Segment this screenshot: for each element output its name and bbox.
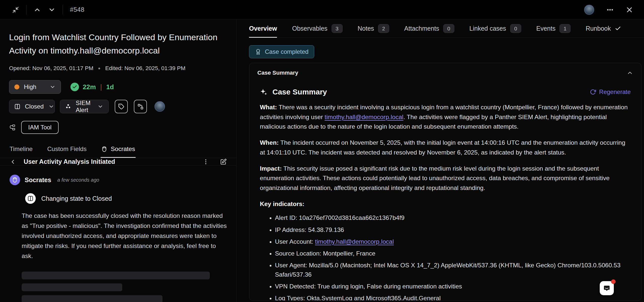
left-tab-bar: Timeline Custom Fields Socrates bbox=[0, 142, 236, 158]
redacted-line bbox=[22, 272, 210, 279]
tab-notes[interactable]: Notes 2 bbox=[358, 20, 389, 37]
kebab-menu-icon[interactable] bbox=[203, 159, 209, 165]
tab-socrates-label: Socrates bbox=[111, 145, 135, 153]
iam-tool-button[interactable]: IAM Tool bbox=[21, 121, 59, 134]
status-value: Closed bbox=[25, 103, 44, 110]
divider bbox=[26, 5, 26, 15]
summary-when: When: The incident occurred on November … bbox=[260, 138, 631, 157]
more-options-icon[interactable] bbox=[606, 6, 614, 14]
tab-events-label: Events bbox=[536, 25, 555, 32]
refresh-icon bbox=[590, 89, 596, 95]
email-link[interactable]: timothy.hall@democorp.local bbox=[325, 114, 403, 120]
case-detail-panel: Login from Watchlist Country Followed by… bbox=[0, 20, 236, 302]
key-indicator-item: User Account: timothy.hall@democorp.loca… bbox=[275, 237, 631, 246]
attachments-count-badge: 0 bbox=[443, 24, 454, 33]
case-source-dropdown[interactable]: SIEM Alert bbox=[60, 100, 109, 113]
case-meta: Opened: Nov 06, 2025, 01:17 PM Edited: N… bbox=[9, 65, 227, 72]
sla-check-icon bbox=[70, 83, 79, 91]
tab-timeline[interactable]: Timeline bbox=[9, 142, 33, 158]
status-dropdown[interactable]: Closed bbox=[9, 100, 55, 113]
tab-runbook-label: Runbook bbox=[586, 25, 611, 32]
assignee-avatar[interactable] bbox=[154, 101, 165, 112]
message-author: Socrates bbox=[25, 176, 51, 184]
severity-value: High bbox=[24, 83, 36, 90]
sla-divider: | bbox=[100, 83, 102, 91]
key-indicator-item: User Agent: Mozilla/5.0 (Macintosh; Inte… bbox=[275, 261, 631, 279]
workflow-icon bbox=[137, 104, 144, 110]
user-avatar[interactable] bbox=[584, 5, 594, 15]
regenerate-label: Regenerate bbox=[599, 88, 631, 95]
top-bar: #548 bbox=[0, 0, 644, 20]
state-change-icon bbox=[25, 193, 36, 204]
back-chevron-icon[interactable] bbox=[10, 159, 16, 165]
linked-cases-count-badge: 0 bbox=[510, 24, 521, 33]
kanban-icon bbox=[14, 104, 20, 110]
next-case-icon[interactable] bbox=[48, 6, 56, 14]
analysis-title: User Activity Analysis Initiated bbox=[24, 158, 115, 165]
sla-timer: 22m | 1d bbox=[70, 83, 114, 91]
tags-button[interactable] bbox=[115, 100, 128, 113]
socrates-message: Socrates a few seconds ago Changing stat… bbox=[0, 166, 236, 302]
tab-runbook[interactable]: Runbook bbox=[586, 20, 621, 37]
redacted-line bbox=[22, 283, 122, 291]
key-indicator-item: IP Address: 54.38.79.136 bbox=[275, 225, 631, 234]
card-header-title: Case Summary bbox=[257, 70, 298, 76]
tab-attachments-label: Attachments bbox=[404, 25, 439, 32]
tab-notes-label: Notes bbox=[358, 25, 374, 32]
redacted-line bbox=[22, 295, 163, 302]
case-number: #548 bbox=[70, 6, 85, 13]
tab-linked-cases[interactable]: Linked cases 0 bbox=[469, 20, 521, 37]
key-indicator-item: Log Types: Okta.SystemLog and Microsoft3… bbox=[275, 294, 631, 301]
notes-count-badge: 2 bbox=[378, 24, 389, 33]
collapse-card-icon[interactable] bbox=[627, 70, 633, 76]
previous-case-icon[interactable] bbox=[33, 6, 41, 14]
tab-custom-fields[interactable]: Custom Fields bbox=[47, 142, 87, 158]
tab-attachments[interactable]: Attachments 0 bbox=[404, 20, 454, 37]
observables-count-badge: 3 bbox=[332, 24, 343, 33]
redacted-content bbox=[22, 272, 227, 302]
tag-icon bbox=[118, 104, 125, 110]
edited-timestamp: Edited: Nov 06, 2025, 01:39 PM bbox=[105, 65, 185, 72]
analysis-header: User Activity Analysis Initiated bbox=[0, 158, 236, 166]
chevron-down-icon bbox=[48, 104, 54, 110]
message-body: The case has been successfully closed wi… bbox=[22, 211, 227, 261]
tab-events[interactable]: Events 1 bbox=[536, 20, 571, 37]
chevron-down-icon bbox=[97, 104, 103, 110]
state-change-label: Changing state to Closed bbox=[41, 195, 112, 202]
chat-launcher-button[interactable] bbox=[600, 281, 614, 295]
tab-observables[interactable]: Observables 3 bbox=[292, 20, 342, 37]
edit-icon[interactable] bbox=[220, 159, 227, 165]
workflow-button[interactable] bbox=[134, 100, 147, 113]
case-completed-badge: Case completed bbox=[249, 45, 314, 58]
sparkle-icon bbox=[260, 88, 267, 96]
case-completed-label: Case completed bbox=[265, 48, 308, 55]
summary-title: Case Summary bbox=[272, 88, 327, 96]
key-indicator-item: Alert ID: 10a276ef7002d3816caa662c1367b4… bbox=[275, 213, 631, 222]
opened-timestamp: Opened: Nov 06, 2025, 01:17 PM bbox=[9, 65, 93, 72]
tab-overview[interactable]: Overview bbox=[249, 20, 277, 37]
tab-linked-cases-label: Linked cases bbox=[469, 25, 506, 32]
tab-socrates[interactable]: Socrates bbox=[101, 142, 136, 158]
right-tab-bar: Overview Observables 3 Notes 2 Attachmen… bbox=[249, 20, 644, 38]
sla-target: 1d bbox=[106, 83, 114, 91]
tab-overview-label: Overview bbox=[249, 25, 277, 32]
chat-notification-dot bbox=[611, 279, 616, 284]
siem-cluster-icon bbox=[65, 104, 71, 110]
socrates-owl-icon bbox=[101, 146, 107, 152]
runbook-check-icon bbox=[615, 25, 621, 32]
key-indicator-item: VPN Detected: True during login, False d… bbox=[275, 282, 631, 291]
tab-observables-label: Observables bbox=[292, 25, 327, 32]
summary-what: What: There was a security incident invo… bbox=[260, 103, 631, 132]
sla-elapsed: 22m bbox=[83, 83, 96, 91]
case-title: Login from Watchlist Country Followed by… bbox=[9, 31, 223, 57]
regenerate-button[interactable]: Regenerate bbox=[590, 88, 631, 95]
message-timestamp: a few seconds ago bbox=[57, 177, 99, 183]
events-count-badge: 1 bbox=[559, 24, 571, 33]
summary-key-indicators-heading: Key indicators: bbox=[260, 199, 631, 209]
collapse-panel-icon[interactable] bbox=[12, 6, 19, 13]
close-icon[interactable] bbox=[626, 6, 633, 13]
email-link[interactable]: timothy.hall@democorp.local bbox=[315, 238, 394, 245]
severity-dropdown[interactable]: High bbox=[9, 80, 61, 94]
key-indicators-list: Alert ID: 10a276ef7002d3816caa662c1367b4… bbox=[260, 213, 631, 301]
medal-icon bbox=[255, 48, 261, 55]
